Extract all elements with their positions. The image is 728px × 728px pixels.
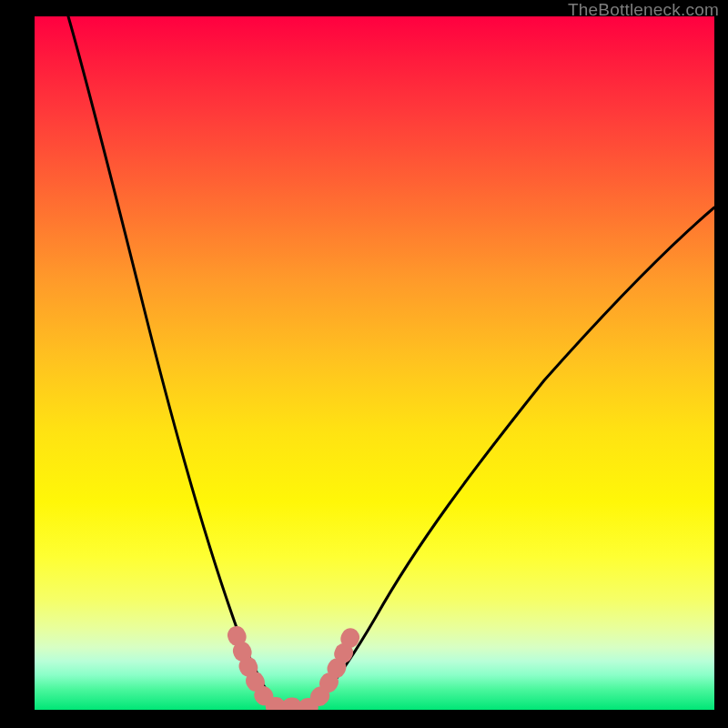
- bottleneck-curve-svg: [35, 16, 714, 710]
- bottleneck-curve: [68, 16, 714, 708]
- plot-area: [35, 16, 714, 710]
- watermark-text: TheBottleneck.com: [568, 0, 719, 20]
- optimal-range-marker: [237, 635, 351, 707]
- chart-stage: TheBottleneck.com: [0, 0, 728, 728]
